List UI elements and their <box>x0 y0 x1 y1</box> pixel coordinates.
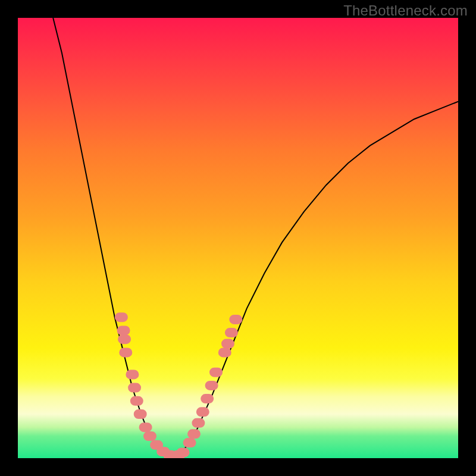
curve-overlay <box>18 18 458 458</box>
watermark-text: TheBottleneck.com <box>343 2 468 19</box>
chart-container: TheBottleneck.com <box>0 0 476 476</box>
